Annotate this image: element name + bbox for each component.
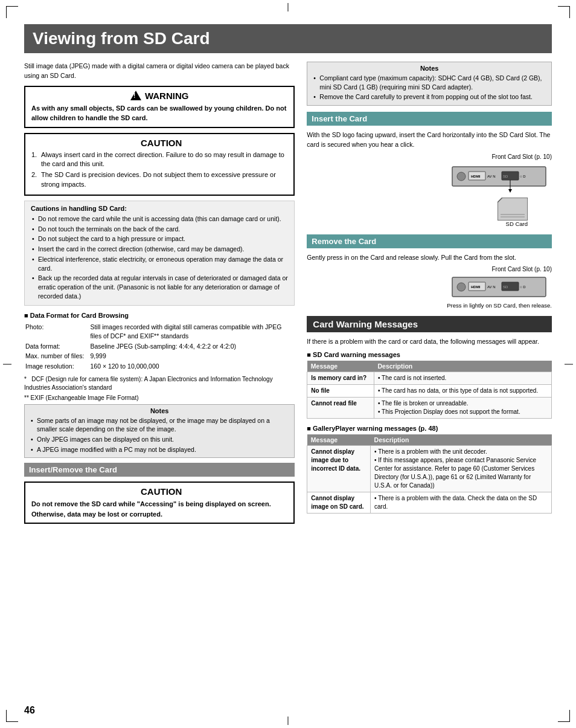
warning-header: WARNING xyxy=(31,91,287,101)
note-right-2: Remove the Card carefully to prevent it … xyxy=(312,92,546,101)
data-format-label-photo: Photo: xyxy=(24,322,89,341)
handling-item-3: Do not subject the card to a high pressu… xyxy=(31,234,288,243)
table-header-row: Message Description xyxy=(307,361,552,372)
data-format-label-res: Image resolution: xyxy=(24,361,89,372)
insert-card-section: Insert the Card With the SD logo facing … xyxy=(307,112,552,227)
svg-text:HDMI: HDMI xyxy=(471,175,481,178)
sd-msg-2: No file xyxy=(307,385,374,398)
caution-list-1: 1.Always insert card in the correct dire… xyxy=(31,150,287,190)
table-row: Cannot read file The file is broken or u… xyxy=(307,398,552,419)
caution-header-1: CAUTION xyxy=(31,138,287,148)
caution-header-2: CAUTION xyxy=(31,486,287,497)
table-row: Data format: Baseline JPEG (Sub-sampling… xyxy=(24,341,295,352)
table-row: Is memory card in? The card is not inser… xyxy=(307,372,552,385)
svg-point-1 xyxy=(457,172,466,181)
data-format-label-format: Data format: xyxy=(24,341,89,352)
svg-rect-12 xyxy=(452,277,546,297)
note-item-3: A JPEG image modified with a PC may not … xyxy=(30,445,289,454)
svg-text:○ D: ○ D xyxy=(520,285,526,289)
caution2-text: Do not remove the SD card while "Accessi… xyxy=(31,499,287,519)
front-card-slot-label-1: Front Card Slot (p. 10) xyxy=(492,153,552,160)
data-format-title: Data Format for Card Browsing xyxy=(24,312,295,319)
sd-desc-2: The card has no data, or this type of da… xyxy=(374,385,552,398)
sd-card-icon-1 xyxy=(498,198,528,221)
data-format-label-files: Max. number of files: xyxy=(24,351,89,361)
gallery-desc-1: There is a problem with the unit decoder… xyxy=(371,446,552,492)
handling-item-1: Do not remove the card while the unit is… xyxy=(31,214,288,224)
intro-text: Still image data (JPEG) made with a digi… xyxy=(24,62,295,81)
handling-item-5: Electrical interference, static electric… xyxy=(31,255,288,272)
gallery-warning-title: GalleryPlayer warning messages (p. 48) xyxy=(307,425,552,432)
svg-rect-0 xyxy=(452,167,546,186)
gallery-msg-1: Cannot display image due to incorrect ID… xyxy=(307,446,371,492)
table-row: Photo: Still images recorded with digita… xyxy=(24,322,295,341)
gallery-msg-2: Cannot display image on SD card. xyxy=(307,492,371,514)
table-row: Cannot display image due to incorrect ID… xyxy=(307,446,552,492)
svg-text:HDMI: HDMI xyxy=(471,285,481,289)
notes-list-right: Compliant card type (maximum capacity): … xyxy=(312,74,546,101)
note-item-2: Only JPEG images can be displayed on thi… xyxy=(30,435,289,444)
insert-card-heading: Insert the Card xyxy=(307,112,552,126)
warning-box: WARNING As with any small objects, SD ca… xyxy=(24,86,295,128)
insert-card-diagram: Front Card Slot (p. 10) HDMI xyxy=(307,153,552,227)
notes-title-left: Notes xyxy=(30,407,289,414)
table-row: Max. number of files: 9,999 xyxy=(24,351,295,361)
note-item-1: Some parts of an image may not be displa… xyxy=(30,416,289,434)
note-right-1: Compliant card type (maximum capacity): … xyxy=(312,74,546,91)
table-row: No file The card has no data, or this ty… xyxy=(307,385,552,398)
sd-warning-table: Message Description Is memory card in? T… xyxy=(307,361,552,419)
page-title: Viewing from SD Card xyxy=(24,24,552,53)
caution-box-2: CAUTION Do not remove the SD card while … xyxy=(24,482,295,524)
sd-desc-3: The file is broken or unreadable. This P… xyxy=(374,398,552,419)
warning-triangle-icon xyxy=(130,91,141,100)
svg-text:AV N: AV N xyxy=(487,285,496,289)
col-description-g: Description xyxy=(371,434,552,446)
device-diagram-2: HDMI AV N SD ○ D xyxy=(449,274,552,300)
handling-item-2: Do not touch the terminals on the back o… xyxy=(31,225,288,234)
remove-card-text: Gently press in on the Card and release … xyxy=(307,253,552,263)
caution-label-2: CAUTION xyxy=(141,486,182,497)
press-label: Press in lightly on SD Card, then releas… xyxy=(447,302,552,309)
footnote-1: * DCF (Design rule for camera file syste… xyxy=(24,375,295,392)
insert-card-text: With the SD logo facing upward, insert t… xyxy=(307,130,552,150)
caution-item-1: 1.Always insert card in the correct dire… xyxy=(31,150,287,169)
card-warning-intro: If there is a problem with the card or c… xyxy=(307,337,552,346)
warning-label: WARNING xyxy=(145,91,189,101)
handling-box: Cautions in handling SD Card: Do not rem… xyxy=(24,201,295,306)
sd-warning-title: SD Card warning messages xyxy=(307,351,552,358)
caution-box-1: CAUTION 1.Always insert card in the corr… xyxy=(24,133,295,196)
page-number: 46 xyxy=(24,705,35,716)
left-column: Still image data (JPEG) made with a digi… xyxy=(24,62,295,529)
col-description: Description xyxy=(374,361,552,372)
sd-msg-3: Cannot read file xyxy=(307,398,374,419)
svg-text:SD: SD xyxy=(503,175,508,178)
right-column: Notes Compliant card type (maximum capac… xyxy=(307,62,552,529)
remove-card-heading: Remove the Card xyxy=(307,234,552,248)
caution-label-1: CAUTION xyxy=(141,138,182,148)
device-diagram-1: HDMI AV N SD ○ D xyxy=(449,162,552,195)
notes-title-right: Notes xyxy=(312,65,546,72)
notes-box-right: Notes Compliant card type (maximum capac… xyxy=(307,62,552,106)
insert-remove-heading: Insert/Remove the Card xyxy=(24,463,295,477)
remove-card-diagram: Front Card Slot (p. 10) HDMI AV N SD ○ D… xyxy=(307,266,552,309)
handling-list: Do not remove the card while the unit is… xyxy=(31,214,288,300)
table-row: Image resolution: 160 × 120 to 10,000,00… xyxy=(24,361,295,372)
data-format-table: Photo: Still images recorded with digita… xyxy=(24,322,295,371)
remove-card-section: Remove the Card Gently press in on the C… xyxy=(307,234,552,309)
gallery-desc-2: There is a problem with the data. Check … xyxy=(371,492,552,514)
data-format-value-photo: Still images recorded with digital still… xyxy=(89,322,295,341)
sd-msg-1: Is memory card in? xyxy=(307,372,374,385)
table-row: Cannot display image on SD card. There i… xyxy=(307,492,552,514)
data-format-value-format: Baseline JPEG (Sub-sampling: 4:4:4, 4:2:… xyxy=(89,341,295,352)
front-card-slot-label-2: Front Card Slot (p. 10) xyxy=(492,266,552,272)
col-message-g: Message xyxy=(307,434,371,446)
table-header-row: Message Description xyxy=(307,434,552,446)
data-format-value-res: 160 × 120 to 10,000,000 xyxy=(89,361,295,372)
notes-list-left: Some parts of an image may not be displa… xyxy=(30,416,289,454)
notes-box-left: Notes Some parts of an image may not be … xyxy=(24,404,295,459)
svg-text:○ D: ○ D xyxy=(520,175,526,178)
warning-text: As with any small objects, SD cards can … xyxy=(31,103,287,123)
svg-point-13 xyxy=(457,283,466,291)
svg-text:SD: SD xyxy=(503,285,508,289)
svg-text:AV N: AV N xyxy=(487,175,496,178)
